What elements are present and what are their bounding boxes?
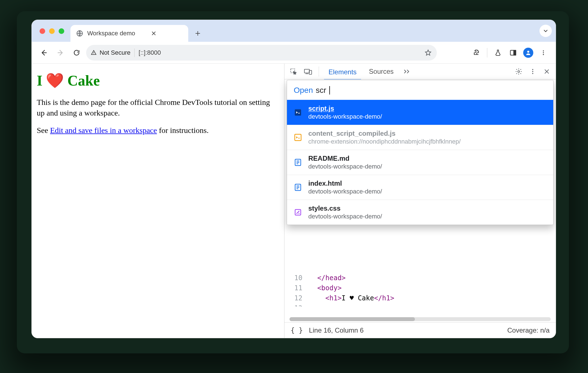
file-path: devtools-workspace-demo/ (308, 188, 382, 195)
new-tab-button[interactable] (192, 27, 204, 40)
quick-open-input[interactable]: Open scr (287, 80, 553, 100)
svg-point-13 (532, 73, 533, 74)
page-heading: I ❤️ Cake (37, 72, 279, 89)
code-text: <p> (309, 303, 337, 307)
code-text: <body> (309, 283, 342, 293)
tab-elements[interactable]: Elements (324, 67, 361, 80)
workspace-tutorial-link[interactable]: Edit and save files in a workspace (50, 126, 157, 135)
tab-strip: Workspace demo (32, 20, 556, 42)
code-line: 12 <h1>I ♥ Cake</h1> (284, 293, 556, 303)
tab-menu-button[interactable] (539, 25, 552, 37)
security-chip[interactable]: Not Secure (91, 49, 130, 56)
svg-rect-14 (295, 109, 301, 116)
tab-sources[interactable]: Sources (364, 66, 398, 77)
file-name: styles.css (308, 204, 382, 212)
svg-point-11 (532, 69, 533, 70)
security-label: Not Secure (100, 49, 130, 56)
file-path: devtools-workspace-demo/ (308, 213, 382, 220)
coverage-status: Coverage: n/a (507, 326, 550, 334)
file-path: devtools-workspace-demo/ (308, 113, 382, 120)
svg-rect-8 (304, 69, 309, 73)
address-bar[interactable]: Not Secure [::]:8000 (86, 45, 437, 61)
browser-tab[interactable]: Workspace demo (70, 25, 188, 42)
heading-word-cake: Cake (67, 72, 100, 89)
see-prefix: See (37, 126, 50, 135)
css-file-icon (293, 208, 303, 217)
devtools-statusbar: { } Line 16, Column 6 Coverage: n/a (284, 322, 556, 338)
quick-open-item[interactable]: index.htmldevtools-workspace-demo/ (287, 175, 553, 200)
forward-button[interactable] (54, 46, 67, 59)
line-number: 11 (288, 283, 302, 293)
braces-icon[interactable]: { } (291, 326, 303, 334)
svg-rect-2 (514, 50, 516, 55)
quick-open-item[interactable]: content_script_compiled.jschrome-extensi… (287, 125, 553, 150)
browser-toolbar: Not Secure [::]:8000 (32, 42, 556, 64)
browser-window: Workspace demo (31, 20, 556, 338)
bookmark-icon[interactable] (424, 49, 432, 56)
maximize-window-button[interactable] (59, 28, 64, 34)
text-caret (329, 86, 330, 95)
see-paragraph: See Edit and save files in a workspace f… (37, 125, 279, 136)
inspect-icon[interactable] (288, 66, 299, 77)
horizontal-scrollbar[interactable] (290, 317, 551, 321)
back-button[interactable] (37, 46, 51, 59)
quick-open-prefix: Open (294, 86, 313, 95)
extensions-icon[interactable] (470, 46, 483, 59)
file-path: devtools-workspace-demo/ (308, 163, 382, 170)
file-name: index.html (308, 179, 382, 187)
quick-open-item[interactable]: README.mddevtools-workspace-demo/ (287, 150, 553, 175)
close-window-button[interactable] (40, 28, 45, 34)
close-tab-button[interactable] (150, 30, 157, 37)
code-text: </head> (309, 273, 346, 283)
quick-open-item[interactable]: script.jsdevtools-workspace-demo/ (287, 100, 553, 125)
svg-point-6 (543, 54, 544, 55)
devtools-panel: Elements Sources (284, 64, 556, 338)
profile-button[interactable] (522, 46, 535, 59)
code-line: 13 <p> (284, 303, 556, 307)
heading-word-i: I (37, 72, 42, 89)
cursor-position: Line 16, Column 6 (309, 326, 364, 334)
window-controls (40, 28, 64, 34)
quick-open-item[interactable]: styles.cssdevtools-workspace-demo/ (287, 200, 553, 225)
minimize-window-button[interactable] (49, 28, 55, 34)
intro-paragraph: This is the demo page for the official C… (37, 97, 279, 118)
reload-button[interactable] (70, 46, 83, 59)
line-number: 10 (288, 273, 302, 283)
js-outline-file-icon (293, 133, 303, 142)
svg-point-3 (527, 50, 529, 52)
devtools-menu-icon[interactable] (527, 66, 538, 77)
quick-open-query: scr (316, 86, 326, 95)
svg-point-5 (543, 52, 544, 53)
file-name: content_script_compiled.js (308, 130, 461, 137)
source-code-view[interactable]: 10 </head>11 <body>12 <h1>I ♥ Cake</h1>1… (284, 273, 556, 307)
file-name: script.js (308, 105, 382, 112)
globe-icon (76, 30, 83, 37)
svg-point-4 (543, 50, 544, 51)
file-name: README.md (308, 155, 382, 162)
file-path: chrome-extension://noondiphcddnnabmjcihc… (308, 138, 461, 145)
line-number: 13 (288, 303, 302, 307)
code-line: 11 <body> (284, 283, 556, 293)
more-tabs-icon[interactable] (401, 66, 413, 77)
side-panel-icon[interactable] (506, 46, 520, 59)
quick-open-dialog: Open scr script.jsdevtools-workspace-dem… (287, 80, 553, 225)
heart-icon: ❤️ (46, 72, 64, 89)
js-file-icon (293, 108, 303, 117)
url-text: [::]:8000 (139, 49, 161, 56)
avatar-icon (523, 48, 533, 58)
svg-point-10 (518, 70, 520, 72)
code-text: <h1>I ♥ Cake</h1> (309, 293, 394, 303)
line-number: 12 (288, 293, 302, 303)
quick-open-results: script.jsdevtools-workspace-demo/content… (287, 100, 553, 225)
gear-icon[interactable] (513, 66, 524, 77)
doc-file-icon (293, 158, 303, 167)
chrome-menu-button[interactable] (537, 46, 550, 59)
svg-rect-15 (295, 134, 301, 141)
devtools-tabbar: Elements Sources (284, 64, 556, 79)
see-suffix: for instructions. (157, 126, 208, 135)
device-toggle-icon[interactable] (302, 66, 314, 77)
close-devtools-icon[interactable] (541, 66, 552, 77)
labs-icon[interactable] (491, 46, 505, 59)
page-content: I ❤️ Cake This is the demo page for the … (32, 64, 284, 338)
doc-file-icon (293, 183, 303, 192)
